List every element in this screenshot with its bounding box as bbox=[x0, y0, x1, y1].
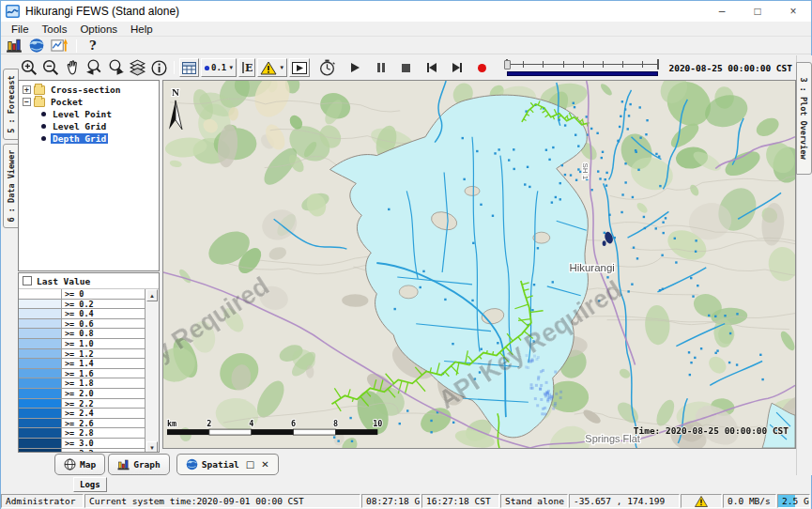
tree-item-level-point[interactable]: Level Point bbox=[19, 108, 159, 120]
timer-icon[interactable] bbox=[317, 58, 337, 77]
sidebar-tab-data-viewer[interactable]: 6 : Data Viewer bbox=[3, 144, 19, 228]
scroll-down-icon[interactable]: ▼ bbox=[146, 441, 158, 453]
sidebar-tab-plot-overview[interactable]: 3 : Plot Overview bbox=[796, 62, 812, 175]
legend-row[interactable]: >= 0.8 bbox=[19, 329, 145, 339]
legend-row[interactable]: >= 2.0 bbox=[19, 389, 145, 399]
maximize-button[interactable]: □ bbox=[740, 1, 775, 22]
time-slider-tick bbox=[622, 61, 623, 68]
legend-row[interactable]: >= 0.2 bbox=[19, 300, 145, 310]
tab-map[interactable]: Map bbox=[54, 454, 105, 475]
status-system-time: Current system time:2020-09-01 00:00 CST bbox=[84, 494, 360, 508]
map-canvas[interactable]: API Key Required API Key Required Hikura… bbox=[162, 80, 796, 449]
tab-maximize-icon[interactable]: □ bbox=[243, 459, 254, 470]
bar-chart-icon bbox=[117, 458, 130, 470]
tab-spatial-label: Spatial bbox=[202, 459, 239, 470]
tree-item-depth-grid[interactable]: Depth Grid bbox=[19, 132, 159, 145]
legend-row[interactable]: >= 1.8 bbox=[19, 378, 145, 389]
logs-button[interactable]: Logs bbox=[73, 477, 107, 492]
time-slider-tick bbox=[642, 61, 643, 68]
stop-button[interactable] bbox=[399, 61, 413, 75]
legend-label: >= 1.4 bbox=[62, 359, 94, 368]
legend-swatch bbox=[19, 409, 62, 418]
legend-row[interactable]: >= 2.2 bbox=[19, 399, 145, 409]
expand-icon[interactable]: + bbox=[23, 85, 31, 94]
play-button[interactable] bbox=[348, 61, 362, 75]
tab-close-icon[interactable]: ✕ bbox=[258, 459, 268, 470]
warning-icon bbox=[695, 496, 708, 507]
scale-tick-label: 6 bbox=[291, 419, 296, 428]
time-slider[interactable] bbox=[503, 57, 662, 78]
scale-tick-label: 2 bbox=[207, 419, 211, 428]
animation-button[interactable] bbox=[289, 58, 310, 77]
zoom-previous-icon[interactable] bbox=[84, 58, 104, 77]
legend-toggle-button[interactable]: E bbox=[238, 58, 255, 77]
legend-label: >= 1.8 bbox=[62, 378, 94, 388]
last-value-checkbox[interactable] bbox=[23, 276, 32, 285]
menu-file[interactable]: File bbox=[5, 23, 36, 36]
tab-graph[interactable]: Graph bbox=[108, 454, 170, 475]
menu-tools[interactable]: Tools bbox=[36, 23, 74, 36]
info-icon[interactable] bbox=[149, 58, 169, 77]
menu-help[interactable]: Help bbox=[124, 23, 160, 36]
tree-item-pocket[interactable]: − Pocket bbox=[19, 96, 159, 108]
tree-item-label: Pocket bbox=[49, 97, 84, 107]
node-bullet-icon bbox=[41, 136, 46, 141]
menu-bar: File Tools Options Help bbox=[1, 22, 811, 37]
database-icon[interactable] bbox=[6, 39, 23, 53]
legend-row[interactable]: >= 2.6 bbox=[19, 419, 145, 429]
legend-row[interactable]: >= 1.6 bbox=[19, 369, 145, 379]
legend-row[interactable]: >= 2.4 bbox=[19, 409, 145, 419]
legend-label: >= 3.0 bbox=[62, 439, 94, 448]
zoom-next-icon[interactable] bbox=[106, 58, 126, 77]
zoom-in-icon[interactable] bbox=[20, 58, 39, 77]
time-slider-tick bbox=[583, 61, 584, 68]
record-button[interactable] bbox=[475, 61, 489, 75]
sidebar-tab-forecast[interactable]: 5 : Forecast bbox=[3, 69, 19, 140]
legend-label: >= 0.8 bbox=[62, 329, 94, 338]
status-mode: Stand alone bbox=[500, 494, 568, 508]
tab-spatial[interactable]: Spatial □ ✕ bbox=[176, 454, 279, 475]
window-title: Hikurangi FEWS (Stand alone) bbox=[25, 5, 179, 18]
skip-to-start-button[interactable] bbox=[424, 61, 438, 75]
legend-row[interactable]: >= 0.4 bbox=[19, 309, 145, 319]
grid-display-icon[interactable] bbox=[51, 39, 68, 53]
scale-tick-label: 10 bbox=[373, 419, 382, 428]
menu-options[interactable]: Options bbox=[73, 23, 124, 36]
layers-icon[interactable] bbox=[128, 58, 147, 77]
status-bar: Administrator Current system time:2020-0… bbox=[1, 493, 811, 509]
time-slider-tick bbox=[563, 61, 564, 68]
skip-to-end-button[interactable] bbox=[450, 61, 464, 75]
scroll-up-icon[interactable]: ▲ bbox=[146, 289, 158, 301]
minimize-button[interactable]: – bbox=[704, 1, 740, 22]
contour-threshold-dropdown[interactable]: 0.1 ▼ bbox=[201, 58, 237, 77]
globe-icon[interactable] bbox=[28, 39, 45, 53]
pause-button[interactable] bbox=[374, 61, 388, 75]
node-bullet-icon bbox=[41, 112, 46, 116]
tree-item-level-grid[interactable]: Level Grid bbox=[19, 120, 159, 132]
globe-icon bbox=[186, 458, 198, 470]
folder-icon bbox=[34, 98, 45, 107]
collapse-icon[interactable]: − bbox=[23, 98, 31, 106]
time-slider-thumb[interactable] bbox=[504, 60, 511, 69]
legend-row[interactable]: >= 1.0 bbox=[19, 339, 145, 349]
legend-row[interactable]: >= 0.6 bbox=[19, 319, 145, 330]
tree-item-cross-section[interactable]: + Cross-section bbox=[19, 84, 159, 96]
warning-dropdown-button[interactable]: ▼ bbox=[257, 58, 287, 77]
legend-row[interactable]: >= 2.8 bbox=[19, 428, 145, 439]
legend-swatch bbox=[19, 378, 62, 388]
close-button[interactable]: × bbox=[775, 1, 811, 22]
legend-row[interactable]: >= 0 bbox=[19, 289, 145, 300]
zoom-out-icon[interactable] bbox=[41, 58, 61, 77]
tab-graph-label: Graph bbox=[133, 459, 161, 470]
legend-row[interactable]: >= 1.4 bbox=[19, 359, 145, 369]
pan-hand-icon[interactable] bbox=[63, 58, 83, 77]
depth-legend-panel: Last Value >= 0>= 0.2>= 0.4>= 0.6>= 0.8>… bbox=[18, 272, 160, 453]
legend-row[interactable]: >= 1.2 bbox=[19, 349, 145, 360]
grid-layer-button[interactable] bbox=[179, 58, 199, 77]
legend-row[interactable]: >= 3.0 bbox=[19, 439, 145, 449]
legend-swatch bbox=[19, 309, 62, 318]
legend-swatch bbox=[19, 399, 62, 409]
status-warning[interactable] bbox=[681, 494, 722, 508]
help-button[interactable]: ? bbox=[85, 39, 100, 53]
legend-scrollbar[interactable]: ▲ ▼ bbox=[145, 289, 159, 453]
